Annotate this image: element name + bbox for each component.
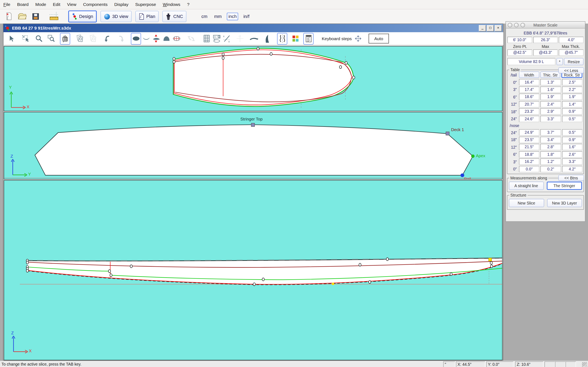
menu-mode[interactable]: Mode <box>32 2 50 7</box>
slices-tool-icon[interactable] <box>171 33 182 44</box>
width-cell[interactable]: 21.5" <box>519 144 539 150</box>
document-title-bar[interactable]: EBB 64 27 9 91litresWrr.s3dx _ □ ✕ <box>3 24 503 32</box>
rock-cell[interactable]: 1.4" <box>562 101 582 107</box>
outline-tool-icon[interactable] <box>131 33 141 44</box>
width-cell[interactable]: 17.4" <box>519 86 539 93</box>
menu-file[interactable]: File <box>0 2 14 7</box>
btns-button[interactable]: << Btns <box>558 175 584 181</box>
select-arrow-tool-icon[interactable] <box>6 33 16 44</box>
thic-cell[interactable]: 1.6" <box>540 86 561 93</box>
new-3d-layer-button[interactable]: New 3D Layer <box>547 199 582 207</box>
width-cell[interactable]: 23.5" <box>519 137 539 143</box>
move-steps-icon[interactable] <box>353 33 363 44</box>
the-stringer-button[interactable]: The Stringer <box>546 182 582 190</box>
close-button[interactable]: ✕ <box>495 25 502 31</box>
zoom-tool-icon[interactable] <box>34 33 44 44</box>
rock-cell[interactable]: 1.6" <box>562 144 582 150</box>
rock-cell[interactable]: 1.9" <box>562 94 582 100</box>
paste-icon[interactable] <box>88 33 98 44</box>
open-icon[interactable] <box>17 12 27 21</box>
rock-cell[interactable]: 3.3" <box>562 158 582 165</box>
width-cell[interactable]: 16.2" <box>519 158 539 165</box>
thic-cell[interactable]: 2.9" <box>540 108 561 115</box>
zoom-window-tool-icon[interactable] <box>46 33 56 44</box>
fin-icon[interactable] <box>262 33 272 44</box>
width-field[interactable]: 26.3" <box>533 37 558 43</box>
curvature-tool-icon[interactable] <box>277 33 287 44</box>
rock-cell[interactable]: 0.9" <box>562 108 582 115</box>
thic-cell[interactable]: 1.9" <box>540 94 561 100</box>
less-button[interactable]: << Less <box>558 67 584 73</box>
axis-line-icon[interactable]: xx <box>222 33 232 44</box>
rock-cell[interactable]: 0.5" <box>562 129 582 136</box>
menu-view[interactable]: View <box>64 2 80 7</box>
rock-cell[interactable]: 2.5" <box>562 79 582 85</box>
width-cell[interactable]: 18.8" <box>519 151 539 158</box>
rock-cell[interactable]: 2.6" <box>562 151 582 158</box>
properties-panel-icon[interactable] <box>303 33 314 44</box>
width-cell[interactable]: 20.7" <box>519 101 539 107</box>
crosshair-icon[interactable]: val <box>235 33 245 44</box>
menu-components[interactable]: Components <box>80 2 111 7</box>
thic-str-column-button[interactable]: Thic. Str <box>540 72 561 78</box>
menu-superpose[interactable]: Superpose <box>132 2 159 7</box>
3d-view-mode-button[interactable]: 3D view <box>101 11 132 22</box>
plan-mode-button[interactable]: Plan <box>135 11 159 22</box>
thic-cell[interactable]: 3.4" <box>540 137 561 143</box>
menu-display[interactable]: Display <box>111 2 132 7</box>
rocker-tool-icon[interactable] <box>141 33 151 44</box>
star-button[interactable]: * <box>557 58 563 65</box>
deck-tool-icon[interactable] <box>161 33 172 44</box>
width-cell[interactable]: 24.6" <box>519 116 539 122</box>
board-side-icon[interactable] <box>249 33 259 44</box>
straight-line-button[interactable]: A straight line <box>509 182 544 190</box>
redo-icon[interactable] <box>116 33 126 44</box>
save-icon[interactable] <box>31 12 41 21</box>
menu-board[interactable]: Board <box>14 2 32 7</box>
thic-cell[interactable]: 3.7" <box>540 129 561 136</box>
width-cell[interactable]: 18.6" <box>519 94 539 100</box>
slice-view-panel[interactable]: Stringer Top Deck 1 Apex Rail Z Y <box>4 112 502 179</box>
new-slice-button[interactable]: New Slice <box>509 199 544 207</box>
new-board-icon[interactable] <box>4 12 13 21</box>
thic-cell[interactable]: 1.8" <box>540 151 561 158</box>
top-view-panel[interactable]: Y X <box>4 46 502 111</box>
measure-scale-icon[interactable] <box>49 12 59 21</box>
rock-cell[interactable]: 4.2" <box>562 166 582 172</box>
select-zone-tool-icon[interactable] <box>21 33 31 44</box>
unit-inch[interactable]: inch <box>227 13 238 20</box>
pan-hand-tool-icon[interactable] <box>60 33 70 44</box>
side-view-panel[interactable]: Z X <box>4 180 502 360</box>
width-cell[interactable]: 23.3" <box>519 108 539 115</box>
max-field[interactable]: @43.3" <box>533 49 558 56</box>
resize-grip[interactable] <box>582 362 587 367</box>
dimensions-panel-icon[interactable] <box>212 33 222 44</box>
rock-cell[interactable]: 0.9" <box>562 137 582 143</box>
max-thck-field[interactable]: @45.7" <box>559 49 584 56</box>
thic-cell[interactable]: 3.3" <box>540 116 561 122</box>
table-grid-icon[interactable] <box>201 33 212 44</box>
thic-cell[interactable]: 0.2" <box>540 166 561 172</box>
width-cell[interactable]: 24.9" <box>519 129 539 136</box>
zero-pt-field[interactable]: @42.5" <box>507 49 532 56</box>
thic-cell[interactable]: 1.3" <box>540 79 561 85</box>
master-scale-title-bar[interactable]: Master Scale <box>506 22 585 29</box>
width-column-button[interactable]: Width <box>519 72 539 78</box>
menu-help[interactable]: ? <box>184 2 193 7</box>
thic-cell[interactable]: 1.2" <box>540 158 561 165</box>
thickness-field[interactable]: 4.0" <box>559 37 584 43</box>
menu-windows[interactable]: Windows <box>159 2 184 7</box>
thic-cell[interactable]: 2.4" <box>540 101 561 107</box>
colors-icon[interactable] <box>290 33 301 44</box>
minimize-button[interactable]: _ <box>479 25 486 31</box>
rock-cell[interactable]: 0.5" <box>562 116 582 122</box>
resize-button[interactable]: Resize <box>564 58 584 65</box>
flip-tool-icon[interactable] <box>186 33 196 44</box>
width-cell[interactable]: 0.0" <box>519 166 539 172</box>
auto-button[interactable]: Auto <box>369 34 389 43</box>
maximize-button[interactable]: □ <box>487 25 494 31</box>
thic-cell[interactable]: 2.8" <box>540 144 561 150</box>
undo-icon[interactable] <box>102 33 112 44</box>
unit-mm[interactable]: mm <box>213 13 223 20</box>
copy-icon[interactable] <box>75 33 85 44</box>
